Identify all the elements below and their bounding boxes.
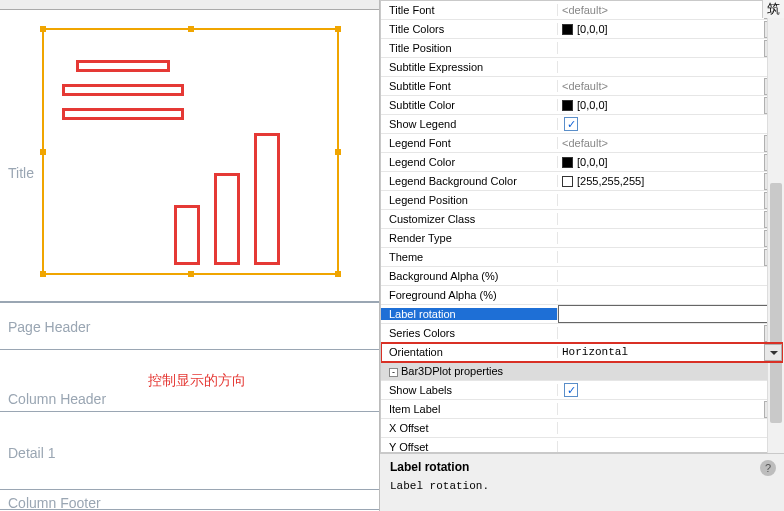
right-tab-strip[interactable]: 筑 bbox=[762, 0, 784, 18]
prop-row-y-offset[interactable]: Y Offset bbox=[381, 438, 783, 453]
property-description: Label rotation Label rotation. ? bbox=[380, 453, 784, 511]
prop-label: Label rotation bbox=[381, 308, 558, 320]
chart-bar bbox=[254, 133, 280, 265]
prop-row-legend-bg-color[interactable]: Legend Background Color[255,255,255]... bbox=[381, 172, 783, 191]
prop-value-text: [0,0,0] bbox=[577, 99, 608, 111]
prop-value[interactable]: [0,0,0]... bbox=[558, 97, 783, 114]
prop-value[interactable] bbox=[558, 117, 783, 131]
collapse-toggle-icon[interactable]: - bbox=[389, 368, 398, 377]
prop-value[interactable] bbox=[558, 40, 783, 57]
prop-label: Orientation bbox=[381, 346, 558, 358]
checkbox[interactable] bbox=[564, 383, 578, 397]
prop-row-foreground-alpha[interactable]: Foreground Alpha (%) bbox=[381, 286, 783, 305]
prop-row-item-label[interactable]: Item Label... bbox=[381, 400, 783, 419]
prop-value[interactable] bbox=[558, 383, 783, 397]
prop-row-subtitle-font[interactable]: Subtitle Font<default>... bbox=[381, 77, 783, 96]
prop-row-series-colors[interactable]: Series Colors... bbox=[381, 324, 783, 343]
resize-handle[interactable] bbox=[188, 26, 194, 32]
prop-label: Y Offset bbox=[381, 441, 558, 453]
prop-row-show-labels[interactable]: Show Labels bbox=[381, 381, 783, 400]
properties-grid[interactable]: Title Font<default>...Title Colors[0,0,0… bbox=[380, 0, 784, 453]
band-page-header[interactable]: Page Header bbox=[0, 302, 379, 350]
resize-handle[interactable] bbox=[40, 149, 46, 155]
help-icon[interactable]: ? bbox=[760, 460, 776, 476]
resize-handle[interactable] bbox=[335, 271, 341, 277]
prop-row-legend-font[interactable]: Legend Font<default>... bbox=[381, 134, 783, 153]
prop-value-text: <default> bbox=[562, 137, 608, 149]
prop-value[interactable] bbox=[558, 305, 783, 323]
prop-value[interactable]: [0,0,0]... bbox=[558, 154, 783, 171]
dropdown-button[interactable] bbox=[764, 344, 782, 361]
prop-row-title-position[interactable]: Title Position bbox=[381, 39, 783, 58]
prop-row-x-offset[interactable]: X Offset bbox=[381, 419, 783, 438]
prop-value[interactable]: <default>... bbox=[558, 78, 783, 95]
prop-row-background-alpha[interactable]: Background Alpha (%) bbox=[381, 267, 783, 286]
resize-handle[interactable] bbox=[335, 149, 341, 155]
prop-label: Render Type bbox=[381, 232, 558, 244]
vertical-scrollbar[interactable] bbox=[767, 18, 784, 453]
prop-value[interactable]: ... bbox=[558, 211, 783, 228]
resize-handle[interactable] bbox=[40, 26, 46, 32]
properties-panel: Title Font<default>...Title Colors[0,0,0… bbox=[380, 0, 784, 511]
prop-row-customizer-class[interactable]: Customizer Class... bbox=[381, 210, 783, 229]
workspace: Title Page Header Column Header 控制显示的方向 … bbox=[0, 0, 784, 511]
prop-row-bar3d-section[interactable]: -Bar3DPlot properties bbox=[381, 362, 783, 381]
canvas-inner: Title Page Header Column Header 控制显示的方向 … bbox=[0, 10, 379, 511]
prop-value[interactable]: ... bbox=[558, 401, 783, 418]
prop-label: Title Font bbox=[381, 4, 558, 16]
prop-value-text: [0,0,0] bbox=[577, 23, 608, 35]
color-swatch-icon bbox=[562, 100, 573, 111]
section-label[interactable]: -Bar3DPlot properties bbox=[381, 365, 783, 377]
prop-row-orientation[interactable]: OrientationHorizontal bbox=[381, 343, 783, 362]
resize-handle[interactable] bbox=[40, 271, 46, 277]
chart-element[interactable] bbox=[42, 28, 339, 275]
prop-value[interactable] bbox=[558, 249, 783, 266]
prop-row-subtitle-expression[interactable]: Subtitle Expression bbox=[381, 58, 783, 77]
prop-row-legend-position[interactable]: Legend Position bbox=[381, 191, 783, 210]
prop-value[interactable] bbox=[558, 230, 783, 247]
band-label: Page Header bbox=[8, 319, 91, 335]
prop-value[interactable]: ... bbox=[558, 325, 783, 342]
prop-label: Legend Background Color bbox=[381, 175, 558, 187]
band-column-footer[interactable]: Column Footer bbox=[0, 490, 379, 510]
prop-row-show-legend[interactable]: Show Legend bbox=[381, 115, 783, 134]
prop-label: Theme bbox=[381, 251, 558, 263]
prop-row-title-colors[interactable]: Title Colors[0,0,0]... bbox=[381, 20, 783, 39]
prop-label: Customizer Class bbox=[381, 213, 558, 225]
prop-row-theme[interactable]: Theme bbox=[381, 248, 783, 267]
band-label: Detail 1 bbox=[8, 445, 55, 461]
prop-value[interactable]: <default>... bbox=[558, 135, 783, 152]
report-canvas[interactable]: Title Page Header Column Header 控制显示的方向 … bbox=[0, 0, 380, 511]
prop-label: Legend Font bbox=[381, 137, 558, 149]
prop-label: Legend Position bbox=[381, 194, 558, 206]
prop-row-legend-color[interactable]: Legend Color[0,0,0]... bbox=[381, 153, 783, 172]
band-title[interactable]: Title bbox=[0, 10, 379, 302]
prop-row-subtitle-color[interactable]: Subtitle Color[0,0,0]... bbox=[381, 96, 783, 115]
prop-row-title-font[interactable]: Title Font<default>... bbox=[381, 1, 783, 20]
prop-label: Legend Color bbox=[381, 156, 558, 168]
prop-value[interactable]: [255,255,255]... bbox=[558, 173, 783, 190]
prop-row-label-rotation[interactable]: Label rotation bbox=[381, 305, 783, 324]
description-body: Label rotation. bbox=[390, 480, 774, 492]
resize-handle[interactable] bbox=[188, 271, 194, 277]
checkbox[interactable] bbox=[564, 117, 578, 131]
scrollbar-thumb[interactable] bbox=[770, 183, 782, 422]
prop-label: Subtitle Color bbox=[381, 99, 558, 111]
description-title: Label rotation bbox=[390, 460, 774, 474]
prop-value-text: Horizontal bbox=[562, 346, 628, 358]
band-column-header[interactable]: Column Header 控制显示的方向 bbox=[0, 350, 379, 412]
legend-swatch bbox=[76, 60, 170, 72]
prop-label: Item Label bbox=[381, 403, 558, 415]
prop-value[interactable]: Horizontal bbox=[558, 344, 783, 361]
prop-label: Title Position bbox=[381, 42, 558, 54]
prop-value[interactable] bbox=[558, 192, 783, 209]
resize-handle[interactable] bbox=[335, 26, 341, 32]
prop-row-render-type[interactable]: Render Type bbox=[381, 229, 783, 248]
band-detail-1[interactable]: Detail 1 bbox=[0, 412, 379, 490]
prop-value[interactable]: <default>... bbox=[558, 2, 783, 19]
prop-value-text: <default> bbox=[562, 4, 608, 16]
color-swatch-icon bbox=[562, 157, 573, 168]
prop-value-text: [255,255,255] bbox=[577, 175, 644, 187]
band-label: Column Header bbox=[8, 391, 106, 407]
prop-value[interactable]: [0,0,0]... bbox=[558, 21, 783, 38]
